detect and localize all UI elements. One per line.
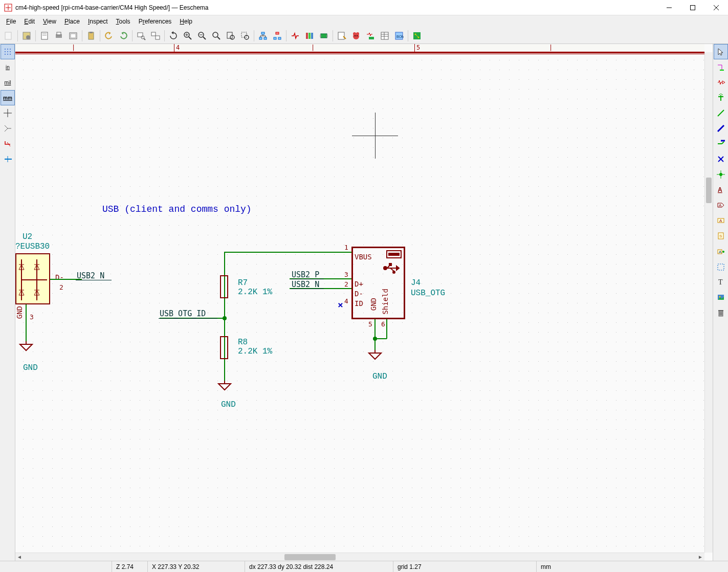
place-symbol-icon[interactable] (714, 75, 728, 90)
undo-icon[interactable] (102, 29, 116, 42)
menu-file[interactable]: File (2, 16, 20, 27)
close-button[interactable] (704, 0, 728, 15)
refresh-icon[interactable] (167, 29, 180, 42)
unit-mm-button[interactable]: mm (1, 90, 15, 105)
menu-tools[interactable]: Tools (112, 16, 135, 27)
svg-text:BOM: BOM (396, 35, 404, 38)
hierarchy-icon[interactable] (256, 29, 270, 42)
menu-edit[interactable]: Edit (20, 16, 39, 27)
menubar: File Edit View Place Inspect Tools Prefe… (0, 15, 728, 28)
u2-pin-3: 3 (30, 313, 34, 321)
maximize-button[interactable] (681, 0, 704, 15)
find-icon[interactable] (135, 29, 148, 42)
canvas-area[interactable]: | 4 | 5 | USB (client and comms only) U2… (15, 44, 713, 561)
u2-body[interactable] (15, 253, 50, 304)
svg-rect-1 (691, 5, 695, 10)
j4-shield-pin: Shield (381, 289, 389, 315)
place-netlabel-icon[interactable]: A (714, 182, 728, 197)
highlight-net-icon[interactable] (714, 59, 728, 75)
unit-in-button[interactable]: in (1, 59, 15, 75)
svg-rect-57 (381, 32, 388, 39)
net-label-usb2-p[interactable]: USB2_P (292, 270, 319, 279)
r7-body[interactable] (220, 275, 228, 298)
j4-value: USB_OTG (411, 289, 445, 298)
place-power-icon[interactable] (714, 90, 728, 105)
svg-rect-39 (276, 32, 279, 34)
svg-text:A: A (719, 218, 722, 223)
net-label-usb2-n[interactable]: USB2_N (77, 271, 104, 280)
symbol-editor-icon[interactable] (289, 29, 302, 42)
r8-body[interactable] (220, 336, 228, 359)
svg-rect-46 (320, 35, 321, 36)
menu-help[interactable]: Help (175, 16, 196, 27)
force-hv-icon[interactable] (1, 136, 15, 151)
grid-toggle-icon[interactable] (1, 44, 15, 59)
net-label-usb2-n-2[interactable]: USB2_N (292, 280, 319, 289)
zoom-fit-icon[interactable] (210, 29, 223, 42)
unit-mil-button[interactable]: mil (1, 75, 15, 90)
u2-pin-2: 2 (59, 283, 63, 291)
place-global-label-icon[interactable]: A (714, 197, 728, 213)
svg-point-54 (355, 35, 356, 36)
schematic-canvas[interactable]: USB (client and comms only) U2 ?EUSB30 (15, 52, 704, 553)
place-sheet-pin-icon[interactable]: A (714, 244, 728, 259)
svg-rect-47 (320, 36, 321, 37)
bom-icon[interactable]: BOM (392, 29, 406, 42)
place-hier-label-icon[interactable]: A (714, 213, 728, 228)
pcb-icon[interactable] (410, 29, 424, 42)
j4-id: ID (355, 299, 363, 307)
print-icon[interactable] (52, 29, 65, 42)
net-label-usb-otg-id[interactable]: USB_OTG_ID (160, 309, 206, 318)
right-toolbar: A A A S A T (713, 44, 728, 561)
minimize-button[interactable] (657, 0, 681, 15)
place-image-icon[interactable] (714, 290, 728, 305)
zoom-out-icon[interactable] (195, 29, 209, 42)
annotate-icon[interactable] (335, 29, 348, 42)
import-sheet-pin-icon[interactable] (714, 259, 728, 274)
paste-icon[interactable] (84, 29, 98, 42)
place-junction-icon[interactable] (714, 167, 728, 182)
horizontal-scrollbar[interactable]: ◄ ► (15, 553, 704, 561)
footprint-editor-icon[interactable] (317, 29, 330, 42)
settings-icon[interactable] (20, 29, 33, 42)
j4-pin-5: 5 (368, 320, 372, 328)
library-browser-icon[interactable] (303, 29, 316, 42)
erc-icon[interactable] (349, 29, 363, 42)
assign-footprints-icon[interactable] (364, 29, 377, 42)
vertical-scrollbar[interactable] (704, 52, 713, 553)
svg-rect-32 (261, 32, 264, 34)
place-sheet-icon[interactable]: S (714, 228, 728, 244)
page-settings-icon[interactable] (38, 29, 51, 42)
menu-place[interactable]: Place (60, 16, 84, 27)
leave-sheet-icon[interactable] (271, 29, 284, 42)
menu-inspect[interactable]: Inspect (84, 16, 112, 27)
place-noconnect-icon[interactable] (714, 151, 728, 167)
edit-fields-icon[interactable] (378, 29, 391, 42)
j4-pin-6: 6 (381, 320, 385, 328)
zoom-selection-icon[interactable] (238, 29, 252, 42)
place-wire-icon[interactable] (714, 105, 728, 121)
j4-pin-2: 2 (344, 280, 348, 288)
scroll-left-icon[interactable]: ◄ (15, 553, 24, 561)
place-bus-entry-icon[interactable] (714, 136, 728, 151)
free-angle-icon[interactable] (1, 151, 15, 167)
hidden-pins-icon[interactable] (1, 121, 15, 136)
redo-icon[interactable] (117, 29, 130, 42)
svg-text:T: T (718, 278, 723, 286)
svg-point-53 (356, 32, 359, 35)
place-text-icon[interactable]: T (714, 274, 728, 290)
replace-icon[interactable] (149, 29, 162, 42)
delete-icon[interactable] (714, 305, 728, 320)
cursor-shape-icon[interactable] (1, 105, 15, 121)
svg-rect-49 (326, 36, 328, 37)
zoom-in-icon[interactable] (181, 29, 194, 42)
zoom-page-icon[interactable] (224, 29, 237, 42)
menu-preferences[interactable]: Preferences (135, 16, 176, 27)
menu-view[interactable]: View (39, 16, 60, 27)
app-icon (4, 4, 12, 12)
scroll-right-icon[interactable]: ► (696, 553, 704, 561)
select-tool-icon[interactable] (714, 44, 728, 59)
new-icon[interactable] (2, 29, 15, 42)
place-bus-icon[interactable] (714, 121, 728, 136)
plot-icon[interactable] (67, 29, 80, 42)
